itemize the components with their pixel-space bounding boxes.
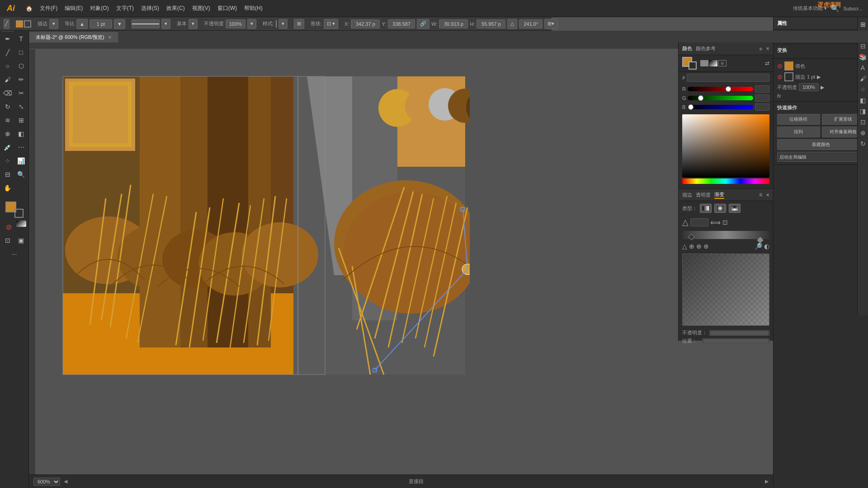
new-color-btn[interactable]: 新建颜色 — [777, 139, 864, 150]
color-ref-tab[interactable]: 颜色参考 — [696, 45, 716, 52]
r-slider-thumb[interactable] — [726, 86, 731, 92]
grad-icon-3[interactable]: ⊕ — [696, 243, 702, 250]
menu-type[interactable]: 文字(T) — [113, 0, 137, 17]
eraser-tool[interactable]: ⌫ — [1, 87, 14, 99]
color-field[interactable] — [682, 114, 769, 178]
b-slider-track[interactable] — [688, 105, 753, 109]
brush-panel-icon[interactable]: 🖌 — [860, 75, 866, 82]
warp-tool[interactable]: ≋ — [1, 114, 14, 127]
linear-grad-btn[interactable] — [700, 204, 712, 213]
grad-icon-4[interactable]: ⊕ — [703, 243, 709, 250]
symbols-panel-icon[interactable]: ⁘ — [860, 86, 866, 93]
link-xy-icon[interactable]: 🔗 — [417, 19, 429, 29]
weight-up[interactable]: ▲ — [76, 19, 88, 29]
active-tab[interactable]: 未标题-2* @ 600% (RGB/预览) ✕ — [29, 32, 118, 42]
gradient-panel-icon[interactable]: ◨ — [860, 108, 866, 115]
gradient-tool[interactable]: ◧ — [15, 127, 28, 140]
menu-edit[interactable]: 编辑(E) — [61, 0, 86, 17]
opacity-input[interactable]: 100% — [226, 19, 245, 28]
grad-icon-5[interactable]: 🔎 — [755, 243, 762, 250]
swatch-icon[interactable]: ◧ — [860, 97, 866, 104]
weight-down[interactable]: ▼ — [114, 19, 125, 29]
line-tool[interactable]: ╱ — [1, 46, 14, 59]
b-slider-thumb[interactable] — [688, 104, 693, 110]
opacity-expand-btn[interactable]: ▶ — [821, 84, 824, 90]
screen-mode-btn[interactable]: ▣ — [15, 234, 28, 247]
w-input[interactable] — [439, 19, 468, 28]
fill-indicator-icon[interactable]: ⊘ — [777, 62, 783, 70]
x-coord-input[interactable] — [351, 19, 380, 28]
rect-tool[interactable]: □ — [15, 46, 28, 59]
rotate-tool[interactable]: ↻ — [1, 100, 14, 113]
grad-icon-1[interactable]: △ — [682, 243, 687, 250]
swap-colors-icon[interactable]: ⇄ — [765, 60, 769, 66]
scroll-right-btn[interactable]: ▶ — [765, 479, 769, 484]
hand-tool[interactable]: ✋ — [1, 182, 14, 194]
r-slider-track[interactable] — [688, 87, 753, 91]
gradient-reverse-icon[interactable]: ⟺ — [710, 218, 721, 227]
scale-tool[interactable]: ⤡ — [15, 100, 28, 113]
stroke-style-dropdown[interactable]: ▾ — [161, 19, 170, 29]
panel-menu-btn[interactable]: ≡ — [760, 46, 762, 52]
gradient-tab-btn[interactable]: 渐变 — [714, 191, 724, 199]
gradient-panel-menu[interactable]: ≡ — [759, 192, 762, 198]
style-swatch[interactable] — [276, 20, 277, 28]
gradient-preview-bar[interactable] — [682, 231, 769, 239]
ellipse-tool[interactable]: ○ — [1, 60, 14, 72]
position-slider[interactable] — [702, 338, 769, 344]
transparency-tab-btn[interactable]: 透明度 — [696, 192, 711, 198]
fill-color-square[interactable] — [784, 61, 793, 70]
opacity-slider[interactable] — [709, 330, 769, 336]
stroke-color-square[interactable] — [784, 72, 793, 81]
radial-grad-btn[interactable] — [714, 204, 726, 213]
color-mode-btn1[interactable] — [700, 60, 708, 66]
polygon-tool[interactable]: ⬡ — [15, 60, 28, 72]
transform-panel-icon[interactable]: ↻ — [860, 140, 866, 147]
gradient-panel-close[interactable]: ✕ — [766, 192, 769, 197]
auto-color-select[interactable]: 启动全局编辑 — [777, 152, 864, 162]
arrange-btn[interactable]: 排列 — [777, 127, 820, 137]
tab-close-btn[interactable]: ✕ — [108, 35, 112, 40]
panel-close-btn[interactable]: ✕ — [766, 46, 769, 51]
b-value-input[interactable] — [755, 103, 769, 111]
pencil-tool[interactable]: ✏ — [15, 73, 28, 86]
g-slider-thumb[interactable] — [698, 95, 703, 101]
angle-input[interactable] — [519, 19, 542, 28]
stroke-color-box[interactable] — [14, 209, 24, 218]
g-value-input[interactable] — [755, 94, 769, 102]
home-icon-btn[interactable]: 🏠 — [22, 0, 36, 17]
menu-object[interactable]: 对象(O) — [86, 0, 112, 17]
color-mode-btn3[interactable]: ⊘ — [718, 60, 726, 66]
y-coord-input[interactable] — [388, 19, 415, 28]
h-input[interactable] — [476, 19, 505, 28]
none-swatch[interactable]: ⊘ — [3, 221, 15, 233]
zoom-tool[interactable]: 🔍 — [15, 168, 28, 181]
hue-strip[interactable] — [682, 178, 769, 184]
type-tool[interactable]: T — [15, 33, 28, 45]
artwork-canvas[interactable] — [36, 49, 470, 384]
fill-none-swatch[interactable] — [24, 20, 31, 28]
menu-view[interactable]: 视图(V) — [189, 0, 214, 17]
libraries-icon[interactable]: 📚 — [859, 53, 867, 61]
slice-tool[interactable]: ⊟ — [1, 168, 14, 181]
stroke-indicator-icon[interactable]: ⊘ — [777, 73, 783, 80]
more-tools-btn[interactable]: ··· — [4, 248, 25, 260]
pen-tool[interactable]: ✒ — [1, 33, 14, 45]
opacity-value-input[interactable] — [799, 83, 819, 91]
opacity-dropdown[interactable]: ▾ — [247, 19, 256, 29]
stroke-color-swatch[interactable] — [16, 20, 23, 28]
shape-dropdown[interactable]: ⊡ ▾ — [324, 19, 338, 29]
menu-file[interactable]: 文件(F) — [36, 0, 61, 17]
stroke-swatch-main[interactable] — [689, 61, 697, 70]
tool-indicator[interactable]: ╱ — [4, 19, 9, 29]
color-mode-btn2[interactable] — [709, 60, 717, 66]
symbol-spray-tool[interactable]: ⁘ — [1, 155, 14, 167]
stroke-dropdown[interactable]: ▾ — [49, 19, 58, 29]
free-transform-tool[interactable]: ⊞ — [15, 114, 28, 127]
artboards-icon[interactable]: ⊟ — [860, 42, 866, 50]
eyedropper-tool[interactable]: 💉 — [1, 141, 14, 154]
shape-builder-tool[interactable]: ⊕ — [1, 127, 14, 140]
grad-stop-left[interactable] — [689, 234, 695, 240]
hex-input[interactable] — [687, 74, 769, 82]
canvas-area[interactable] — [29, 42, 773, 474]
